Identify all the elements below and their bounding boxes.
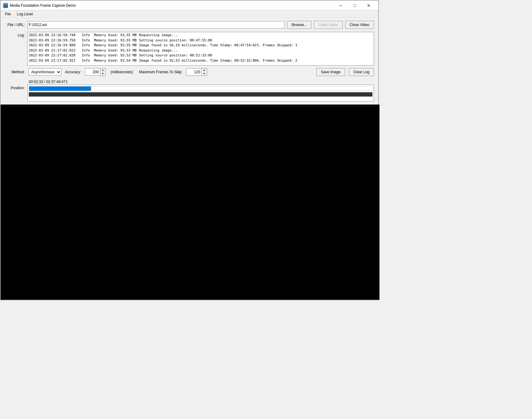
content-area: File / URL: Browse... Open Video Close V… [1,18,378,105]
position-row: Position: [5,85,374,101]
app-icon: 🎬 [3,3,8,8]
accuracy-unit: (milliseconds) [111,70,133,74]
log-memory: Memory Used: 93,55 MB [94,33,137,38]
minimize-button[interactable]: ─ [334,1,348,10]
log-memory: Memory Used: 93,53 MB [94,48,137,53]
main-window: 🎬 Media Foundation Frame Capture Demo ─ … [0,0,379,300]
menu-file[interactable]: File [2,11,14,17]
log-level: Info [82,38,92,43]
log-entry: 2022-03-09 22:17:02.822InfoMemory Used: … [29,48,372,53]
max-frames-spinner: ▲ ▼ [186,68,207,76]
position-section: 00:52:33 / 02:37:49:471 Position: [5,80,374,101]
title-bar: 🎬 Media Foundation Frame Capture Demo ─ … [1,1,378,10]
log-entry: 2022-03-09 22:17:02.828InfoMemory Used: … [29,53,372,58]
log-entry: 2022-03-09 22:16:59.748InfoMemory Used: … [29,33,372,38]
max-frames-spinner-buttons: ▲ ▼ [202,68,207,76]
progress-bar-container[interactable] [29,86,372,91]
max-frames-label: Maximum Frames To Skip: [139,70,183,74]
accuracy-input[interactable] [85,68,100,76]
total-time: 02:37:49:471 [46,80,68,84]
title-controls: ─ □ ✕ [334,1,376,10]
menu-bar: File Log Level [1,10,378,18]
log-timestamp: 2022-03-09 22:17:02.921 [29,58,79,63]
log-message: Setting source position: 00:47:55:00 [139,38,212,43]
log-timestamp: 2022-03-09 22:16:59.750 [29,38,79,43]
clear-log-button[interactable]: Clear Log [349,68,374,76]
title-bar-left: 🎬 Media Foundation Frame Capture Demo [3,3,76,8]
method-select[interactable]: Synchronous Asynchronous [28,68,61,76]
position-box [27,85,374,101]
file-url-label: File / URL: [5,23,25,27]
log-memory: Memory Used: 93,55 MB [94,43,137,48]
log-memory: Memory Used: 93,53 MB [94,53,137,58]
close-button[interactable]: ✕ [362,1,376,10]
accuracy-up-button[interactable]: ▲ [100,68,105,72]
file-url-row: File / URL: Browse... Open Video Close V… [5,21,374,29]
save-image-button[interactable]: Save Image [316,68,345,76]
log-message: Requesting image... [139,48,178,53]
maximize-button[interactable]: □ [348,1,362,10]
max-frames-down-button[interactable]: ▼ [202,72,207,76]
log-label: Log: [5,32,25,37]
open-video-button[interactable]: Open Video [314,21,342,29]
progress-bar-fill [29,86,91,91]
close-video-button[interactable]: Close Video [345,21,374,29]
accuracy-spinner-buttons: ▲ ▼ [100,68,106,76]
controls-row: Method: Synchronous Asynchronous Accurac… [5,68,374,76]
log-timestamp: 2022-03-09 22:16:59.809 [29,43,79,48]
log-timestamp: 2022-03-09 22:17:02.822 [29,48,79,53]
log-level: Info [82,53,92,58]
method-label: Method: [5,70,25,74]
current-time: 00:52:33 [29,80,43,84]
log-entry: 2022-03-09 22:16:59.750InfoMemory Used: … [29,38,372,43]
log-timestamp: 2022-03-09 22:17:02.828 [29,53,79,58]
log-memory: Memory Used: 93,55 MB [94,38,137,43]
file-url-input[interactable] [27,21,285,29]
log-level: Info [82,43,92,48]
browse-button[interactable]: Browse... [287,21,311,29]
max-frames-up-button[interactable]: ▲ [202,68,207,72]
log-level: Info [82,48,92,53]
max-frames-input[interactable] [186,68,202,76]
position-label: Position: [5,85,25,90]
position-time: 00:52:33 / 02:37:49:471 [29,80,374,84]
log-entry: 2022-03-09 22:16:59.809InfoMemory Used: … [29,43,372,48]
log-message: Image found in 56,19 milliseconds. Time … [139,43,297,48]
log-area: Log: 2022-03-09 22:16:59.748InfoMemory U… [5,32,374,66]
log-entry: 2022-03-09 22:17:02.921InfoMemory Used: … [29,58,372,63]
accuracy-down-button[interactable]: ▼ [100,72,105,76]
accuracy-spinner: ▲ ▼ [85,68,106,76]
log-message: Requesting image... [139,33,178,38]
log-box[interactable]: 2022-03-09 22:16:59.748InfoMemory Used: … [27,32,374,66]
accuracy-label: Accuracy: [65,70,81,74]
log-message: Setting source position: 00:52:33:00 [139,53,212,58]
video-area [1,105,379,300]
log-message: Image found in 92,53 milliseconds. Time … [139,58,297,63]
log-memory: Memory Used: 93,54 MB [94,58,137,63]
window-title: Media Foundation Frame Capture Demo [10,3,76,8]
menu-log-level[interactable]: Log Level [14,11,36,17]
seek-bar[interactable] [29,92,372,97]
log-level: Info [82,58,92,63]
log-level: Info [82,33,92,38]
log-timestamp: 2022-03-09 22:16:59.748 [29,33,79,38]
